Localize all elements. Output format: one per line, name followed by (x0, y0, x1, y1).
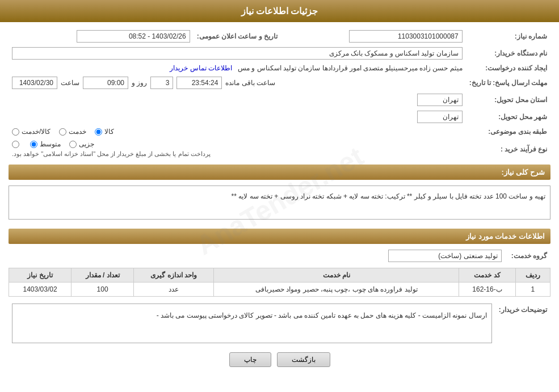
creator-label: ایجاد کننده درخواست: (466, 62, 550, 74)
col-header-row: ردیف (515, 268, 550, 283)
process-option-3[interactable] (12, 141, 22, 148)
service-table: ردیف کد خدمت نام خدمت واحد اندازه گیری ت… (9, 268, 550, 297)
org-value: سازمان تولید اسکناس و مسکوک بانک مرکزی (12, 47, 463, 60)
service-group-label: گروه خدمت: (505, 247, 550, 264)
buyer-notes-label: توضیحات خریدار: (495, 301, 550, 345)
creator-contact-link[interactable]: اطلاعات تماس خریدار (170, 64, 232, 72)
category-radio-group: کالا/خدمت خدمت کالا (12, 128, 463, 136)
province-label: استان محل تحویل: (466, 91, 550, 108)
page-title: جزئیات اطلاعات نیاز (9, 6, 550, 16)
category-option-kala-khedmat[interactable]: کالا/خدمت (12, 128, 51, 136)
category-option-kala[interactable]: کالا (95, 128, 114, 136)
city-value: تهران (417, 111, 463, 123)
print-button[interactable]: چاپ (229, 352, 271, 367)
col-header-date: تاریخ نیاز (9, 268, 72, 283)
action-buttons: بازگشت چاپ (9, 352, 550, 367)
announcement-value: 1403/02/26 - 08:52 (77, 30, 190, 43)
service-info-section-title: اطلاعات خدمات مورد نیاز (9, 229, 550, 244)
process-option-jozei[interactable]: جزیی (69, 140, 94, 148)
deadline-date: 1403/02/30 (12, 77, 57, 89)
deadline-time: 09:00 (83, 77, 128, 89)
table-row: 1ب-16-162تولید فراورده های چوب ،چوب پنبه… (9, 283, 550, 297)
city-label: شهر محل تحویل: (466, 108, 550, 125)
process-radio-group: متوسط جزیی (12, 140, 94, 148)
need-desc-value: تهیه و ساخت 100 عدد تخته فایل با سیلر و … (9, 186, 550, 220)
service-group-value: تولید صنعتی (ساخت) (388, 250, 502, 262)
category-option-khedmat[interactable]: خدمت (59, 128, 86, 136)
deadline-remaining-label: ساعت باقی مانده (225, 79, 275, 87)
col-header-name: نام خدمت (214, 268, 459, 283)
need-number-label: شماره نیاز: (466, 28, 550, 45)
col-header-qty: تعداد / مقدار (72, 268, 134, 283)
service-group-table: گروه خدمت: تولید صنعتی (ساخت) (9, 247, 550, 264)
page-header: جزئیات اطلاعات نیاز (0, 0, 559, 22)
back-button[interactable]: بازگشت (277, 352, 330, 367)
deadline-time-label: ساعت (61, 79, 79, 87)
org-label: نام دستگاه خریدار: (466, 45, 550, 62)
col-header-unit: واحد اندازه گیری (134, 268, 214, 283)
process-label: نوع فرآیند خرید : (466, 138, 550, 160)
need-desc-section-title: شرح کلی نیاز: (9, 165, 550, 180)
need-number-value: 1103003101000087 (281, 28, 466, 45)
deadline-remaining: 23:54:24 (176, 77, 222, 89)
col-header-code: کد خدمت (459, 268, 515, 283)
buyer-notes-table: توضیحات خریدار: ارسال نمونه الزامیست - ک… (9, 301, 550, 345)
category-label: طبقه بندی موضوعی: (466, 125, 550, 138)
deadline-label: مهلت ارسال پاسخ: تا تاریخ: (466, 74, 550, 91)
info-table: شماره نیاز: 1103003101000087 تاریخ و ساع… (9, 28, 550, 160)
deadline-days: 3 (150, 77, 173, 89)
deadline-day-label: روز و (132, 79, 147, 87)
buyer-notes-value: ارسال نمونه الزامیست - کلیه هزینه های حم… (12, 304, 492, 343)
creator-value: میثم حسن زاده میرحسینیلو متصدی امور قرار… (238, 64, 463, 72)
province-value: تهران (417, 94, 463, 106)
process-option-motavaset[interactable]: متوسط (30, 140, 61, 148)
process-note: پرداخت تمام یا بخشی از مبلغ خریدار از مح… (12, 150, 211, 158)
announcement-label: تاریخ و ساعت اعلان عمومی: (194, 28, 281, 45)
